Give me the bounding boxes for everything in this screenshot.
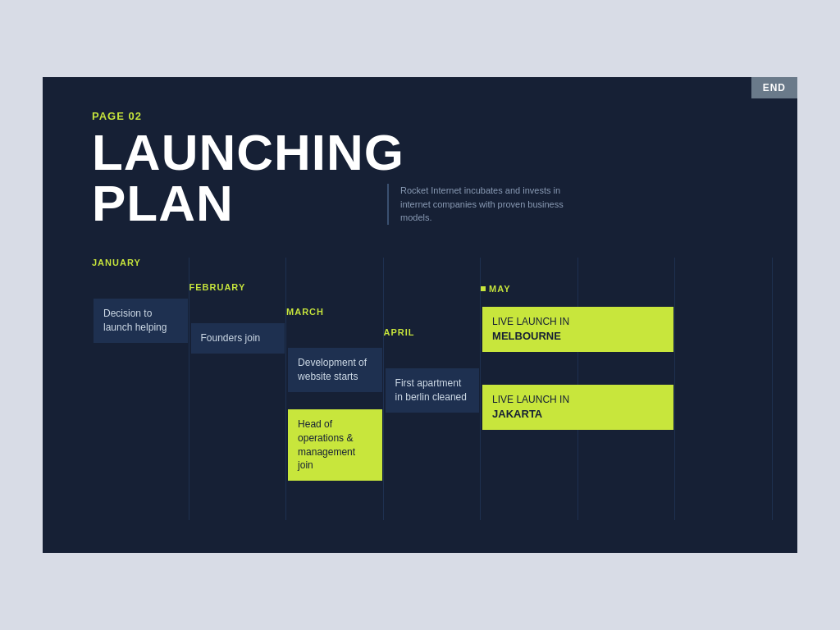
grid-col-7 [675,258,773,520]
header: PAGE 02 LAUNCHING PLAN [92,110,404,229]
month-january: JANUARY [92,258,189,267]
jakarta-prefix: LIVE LAUNCH IN [492,394,569,405]
mar-card-1: Development of website starts [288,348,382,392]
jan-card-1: Decision to launch helping [94,299,188,343]
col-january: JANUARY Decision to launch helping [92,258,189,520]
timeline-inner: JANUARY Decision to launch helping FEBRU… [92,258,773,520]
description-text: Rocket Internet incubates and invests in… [400,184,576,225]
col-march: MARCH Development of website starts Head… [286,258,384,520]
melbourne-city: MELBOURNE [492,330,561,342]
slide-title: LAUNCHING PLAN [92,127,404,229]
may-card-jakarta: LIVE LAUNCH IN JAKARTA [482,385,673,430]
month-may: MAY [481,284,578,294]
melbourne-prefix: LIVE LAUNCH IN [492,316,569,327]
feb-card-1: Founders join [191,323,285,354]
mar-card-2: Head of operations & management join [288,409,382,481]
description-block: Rocket Internet incubates and invests in… [387,184,576,225]
month-february: FEBRUARY [189,282,287,292]
end-label: END [751,77,797,98]
col-april: APRIL First apartment in berlin cleaned [384,258,482,520]
may-dot [481,286,486,291]
page-label: PAGE 02 [92,110,404,122]
col-may: MAY LIVE LAUNCH IN MELBOURNE LIVE LAUNCH… [481,258,578,520]
may-card-melbourne: LIVE LAUNCH IN MELBOURNE [482,307,673,352]
apr-card-1: First apartment in berlin cleaned [386,368,480,413]
slide: PAGE 02 LAUNCHING PLAN Rocket Internet i… [43,77,797,553]
month-march: MARCH [286,307,384,317]
timeline: JANUARY Decision to launch helping FEBRU… [92,258,773,520]
col-february: FEBRUARY Founders join [189,258,287,520]
jakarta-city: JAKARTA [492,408,542,420]
month-april: APRIL [384,327,482,337]
